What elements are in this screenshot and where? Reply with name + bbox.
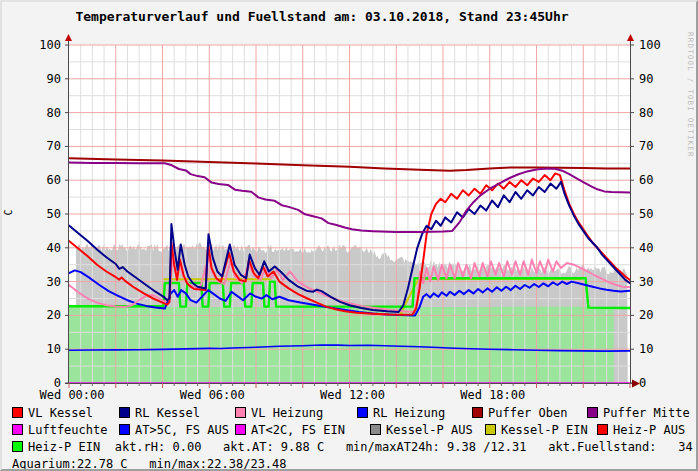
legend-item: VL Kessel — [12, 405, 93, 422]
y-axis-arrow-left — [65, 34, 72, 41]
legend-item: RL Heizung — [357, 405, 445, 422]
aquarium-stats-text: Aquarium:22.78 C min/max:22.38/23.48 — [12, 457, 287, 471]
y-tick-label: 50 — [47, 207, 61, 221]
legend-item: RL Kessel — [119, 405, 200, 422]
y-tick-label: 40 — [639, 241, 653, 255]
y-tick-label: 100 — [639, 38, 661, 52]
legend-item: Puffer Mitte — [587, 405, 690, 422]
y-tick-label: 0 — [639, 376, 646, 390]
y-axis-arrow-right — [627, 34, 634, 41]
y-tick-label: 90 — [639, 72, 653, 86]
rrdtool-graph-window: Temperaturverlauf und Fuellstand am: 03.… — [0, 0, 698, 471]
legend-swatch-icon — [370, 424, 381, 435]
y-tick-label: 80 — [639, 106, 653, 120]
legend-item: Heiz-P AUS — [597, 422, 685, 439]
y-tick-label: 30 — [47, 275, 61, 289]
x-tick-label: Wed 06:00 — [180, 388, 245, 402]
y-tick-label: 30 — [639, 275, 653, 289]
y-tick-label: 60 — [47, 173, 61, 187]
legend-row-2: LuftfeuchteAT>5C, FS AUSAT<2C, FS EINKes… — [12, 422, 692, 439]
y-tick-label: 60 — [639, 173, 653, 187]
y-tick-label: 70 — [47, 139, 61, 153]
legend-swatch-icon — [235, 424, 246, 435]
x-tick-label: Wed 12:00 — [320, 388, 385, 402]
legend-swatch-icon — [12, 441, 23, 452]
y-tick-label: 10 — [47, 342, 61, 356]
legend-swatch-icon — [587, 407, 598, 418]
legend: VL KesselRL KesselVL HeizungRL HeizungPu… — [12, 405, 692, 471]
legend-swatch-icon — [357, 407, 368, 418]
legend-swatch-icon — [597, 424, 608, 435]
legend-item: Luftfeuchte — [12, 422, 107, 439]
legend-item: Puffer Oben — [472, 405, 567, 422]
legend-swatch-icon — [119, 407, 130, 418]
y-tick-label: 20 — [47, 308, 61, 322]
x-tick-label: Wed 18:00 — [460, 388, 525, 402]
legend-row-3: Heiz-P EIN akt.rH: 0.00 akt.AT: 9.88 C m… — [12, 439, 692, 456]
legend-item: Kessel-P AUS — [370, 422, 473, 439]
legend-swatch-icon — [235, 407, 246, 418]
legend-row-aquarium: Aquarium:22.78 C min/max:22.38/23.48 — [12, 456, 692, 471]
legend-item: VL Heizung — [235, 405, 323, 422]
y-tick-label: 40 — [47, 241, 61, 255]
y-tick-label: 70 — [639, 139, 653, 153]
temperature-chart-svg: 0010102020303040405050606070708080909010… — [2, 2, 698, 402]
legend-item: Heiz-P EIN akt.rH: 0.00 akt.AT: 9.88 C m… — [12, 439, 693, 456]
legend-swatch-icon — [12, 424, 23, 435]
legend-swatch-icon — [485, 424, 496, 435]
y-tick-label: 90 — [47, 72, 61, 86]
legend-swatch-icon — [12, 407, 23, 418]
legend-item: Kessel-P EIN — [485, 422, 588, 439]
legend-item: AT<2C, FS EIN — [235, 422, 345, 439]
y-tick-label: 80 — [47, 106, 61, 120]
y-tick-label: 10 — [639, 342, 653, 356]
y-tick-label: 50 — [639, 207, 653, 221]
legend-swatch-icon — [472, 407, 483, 418]
grid — [69, 45, 630, 383]
legend-row-1: VL KesselRL KesselVL HeizungRL HeizungPu… — [12, 405, 692, 422]
x-tick-label: Wed 00:00 — [39, 388, 104, 402]
legend-stats-text: akt.rH: 0.00 akt.AT: 9.88 C min/maxAT24h… — [100, 440, 692, 454]
y-tick-label: 100 — [39, 38, 61, 52]
legend-swatch-icon — [119, 424, 130, 435]
y-tick-label: 20 — [639, 308, 653, 322]
legend-item: AT>5C, FS AUS — [119, 422, 229, 439]
